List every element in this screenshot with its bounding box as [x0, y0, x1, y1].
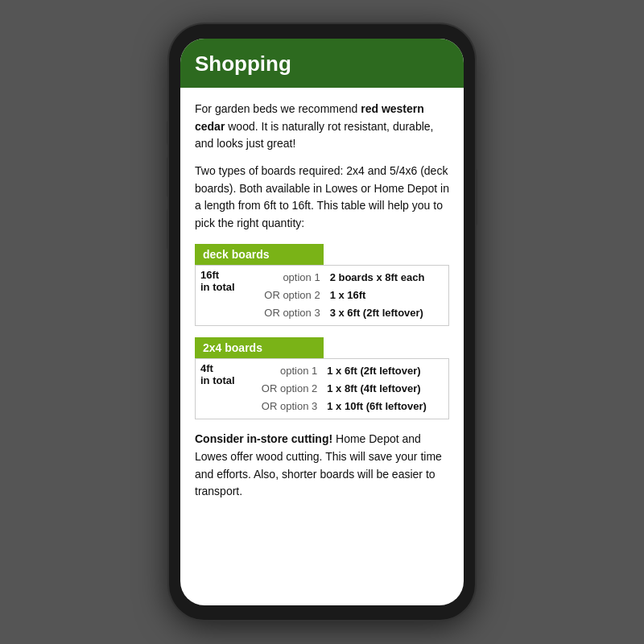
2x4-boards-row: 4ft in total option 1 OR option 2 OR opt… [196, 359, 449, 419]
page-title: Shopping [195, 52, 449, 76]
phone-frame: Shopping For garden beds we recommend re… [169, 24, 475, 620]
2x4-boards-header: 2x4 boards [195, 337, 324, 358]
deck-boards-values: 2 boards x 8ft each 1 x 16ft 3 x 6ft (2f… [325, 265, 449, 325]
intro-text-normal: For garden beds we recommend [195, 102, 361, 115]
content-area: For garden beds we recommend red western… [180, 88, 464, 605]
2x4-boards-values: 1 x 6ft (2ft leftover) 1 x 8ft (4ft left… [322, 359, 448, 419]
closing-bold: Consider in-store cutting! [195, 432, 332, 445]
volume-down-button [167, 209, 169, 250]
2x4-boards-section: 2x4 boards 4ft in total option 1 OR op [195, 337, 449, 419]
2x4-boards-table: 4ft in total option 1 OR option 2 OR opt… [195, 358, 449, 419]
2x4-boards-label: 4ft in total [196, 359, 247, 419]
2x4-boards-options: option 1 OR option 2 OR option 3 [246, 359, 322, 419]
volume-up-button [167, 157, 169, 197]
deck-boards-header: deck boards [195, 244, 324, 265]
intro-paragraph-2: Two types of boards required: 2x4 and 5/… [195, 163, 449, 233]
deck-boards-label: 16ft in total [196, 265, 248, 325]
phone-screen: Shopping For garden beds we recommend re… [180, 39, 464, 605]
deck-boards-section: deck boards 16ft in total option 1 OR [195, 244, 449, 326]
deck-boards-row: 16ft in total option 1 OR option 2 OR op… [196, 265, 449, 325]
header-bar: Shopping [180, 39, 464, 88]
deck-boards-table: 16ft in total option 1 OR option 2 OR op… [195, 265, 449, 326]
closing-paragraph: Consider in-store cutting! Home Depot an… [195, 431, 449, 501]
power-button [475, 169, 477, 225]
screen-content: Shopping For garden beds we recommend re… [180, 39, 464, 605]
deck-boards-options: option 1 OR option 2 OR option 3 [248, 265, 325, 325]
intro-paragraph-1: For garden beds we recommend red western… [195, 101, 449, 153]
volume-mute-button [167, 121, 169, 145]
intro-text-rest: wood. It is naturally rot resistant, dur… [195, 120, 433, 151]
